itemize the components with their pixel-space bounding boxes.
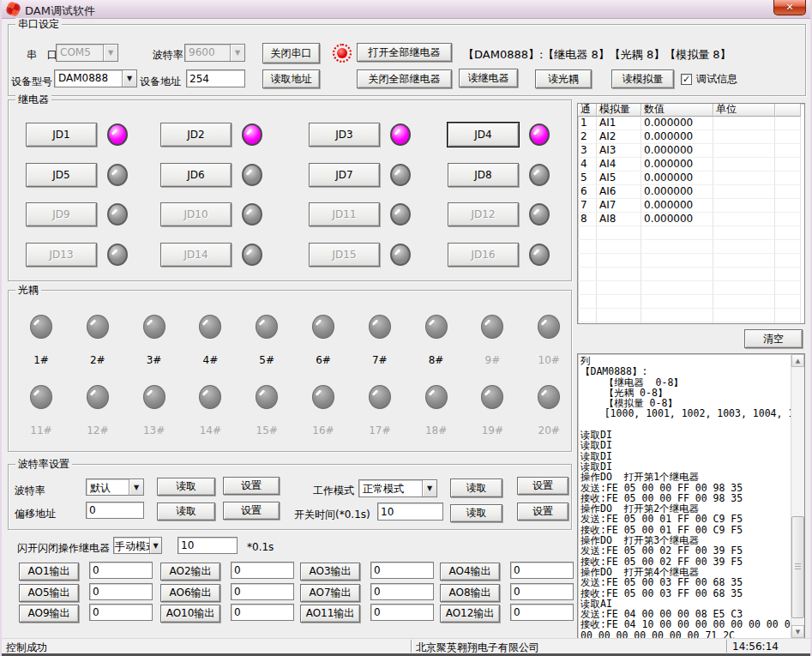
opto-cell: 1# xyxy=(21,315,62,366)
table-row[interactable]: 1AI10.000000 xyxy=(578,117,804,130)
ao-button-7[interactable]: AO7输出 xyxy=(300,584,360,602)
relay-button-jd1[interactable]: JD1 xyxy=(26,123,97,147)
checkbox-check-icon: ✓ xyxy=(681,74,692,85)
flash-unit-label: *0.1s xyxy=(247,541,274,553)
ao-value-input-3[interactable] xyxy=(370,562,434,579)
table-cell: 0.000000 xyxy=(641,185,713,199)
table-cell xyxy=(713,295,775,309)
table-row[interactable]: 6AI60.000000 xyxy=(578,185,804,199)
ao-button-4[interactable]: AO4输出 xyxy=(440,563,500,581)
baud-settings-group: 波特率设置 波特率 默认 ▼ 读取 设置 工作模式 正常模式 ▼ 读取 设置 偏… xyxy=(8,464,572,530)
table-row[interactable]: 8AI80.000000 xyxy=(578,213,804,226)
table-cell xyxy=(713,185,775,199)
relay-button-jd3[interactable]: JD3 xyxy=(309,123,380,147)
ao-value-input-1[interactable] xyxy=(89,562,153,579)
ao-button-8[interactable]: AO8输出 xyxy=(440,584,500,602)
workmode-read-button[interactable]: 读取 xyxy=(450,478,502,497)
ao-value-input-6[interactable] xyxy=(231,583,294,600)
ao-button-9[interactable]: AO9输出 xyxy=(19,605,79,623)
debug-info-checkbox[interactable]: ✓ 调试信息 xyxy=(681,72,737,87)
close-all-relays-button[interactable]: 关闭全部继电器 xyxy=(357,69,452,88)
ao-value-input-10[interactable] xyxy=(231,604,294,621)
relay-cell: JD1 xyxy=(26,123,128,147)
switch-time-read-button[interactable]: 读取 xyxy=(450,504,502,522)
read-opto-button[interactable]: 读光耦 xyxy=(535,69,592,88)
flash-time-input[interactable] xyxy=(177,537,238,554)
flash-mode-combobox[interactable]: 手动模式 ▼ xyxy=(113,537,162,554)
device-addr-input[interactable] xyxy=(186,69,245,87)
offset-addr-input[interactable] xyxy=(86,502,144,519)
led-highlight xyxy=(371,319,378,326)
offset-read-button[interactable]: 读取 xyxy=(157,503,215,521)
ao-button-1[interactable]: AO1输出 xyxy=(19,563,79,581)
read-analog-button[interactable]: 读模拟量 xyxy=(611,69,674,88)
opto-label: 5# xyxy=(246,354,287,366)
log-scrollbar[interactable]: ▲ ▼ xyxy=(791,354,804,638)
ao-button-12[interactable]: AO12输出 xyxy=(440,605,500,623)
ao-button-2[interactable]: AO2输出 xyxy=(160,563,220,581)
opto-cell: 5# xyxy=(246,315,287,366)
ao-button-3[interactable]: AO3输出 xyxy=(300,563,360,581)
table-cell xyxy=(775,281,801,295)
baudrate-set-button[interactable]: 设置 xyxy=(223,477,280,495)
relay-button-jd4[interactable]: JD4 xyxy=(448,123,519,147)
ao-value-input-4[interactable] xyxy=(510,562,574,579)
offset-set-button[interactable]: 设置 xyxy=(223,502,280,520)
read-relay-button[interactable]: 读继电器 xyxy=(459,69,518,87)
table-row[interactable]: 2AI20.000000 xyxy=(578,130,804,144)
relay-button-jd6[interactable]: JD6 xyxy=(160,163,232,187)
ao-value-input-9[interactable] xyxy=(89,604,153,621)
model-combobox[interactable]: DAM0888 ▼ xyxy=(54,69,137,87)
scrollbar-thumb[interactable] xyxy=(791,516,804,618)
table-row[interactable]: 4AI40.000000 xyxy=(578,158,804,172)
ao-value-input-7[interactable] xyxy=(370,583,434,600)
relay-cell: JD12 xyxy=(448,202,550,226)
open-all-relays-button[interactable]: 打开全部继电器 xyxy=(357,43,452,62)
clear-log-button[interactable]: 清空 xyxy=(744,329,803,348)
ao-button-11[interactable]: AO11输出 xyxy=(300,605,360,623)
led-highlight xyxy=(259,319,266,326)
ao-value-input-8[interactable] xyxy=(510,583,574,600)
switch-time-input[interactable] xyxy=(377,503,443,521)
read-addr-button[interactable]: 读取地址 xyxy=(262,69,320,88)
header-cell[interactable]: 单位 xyxy=(713,104,775,117)
log-box[interactable]: 列 【DAM0888】: 【继电器 0-8】 【光耦 0-8】 【模拟量 0-8… xyxy=(577,353,805,639)
relay-button-jd7[interactable]: JD7 xyxy=(309,163,380,187)
close-button[interactable]: ✕ xyxy=(773,0,806,15)
relay-button-jd2[interactable]: JD2 xyxy=(160,123,232,147)
ao-button-6[interactable]: AO6输出 xyxy=(160,584,220,602)
relay-button-jd8[interactable]: JD8 xyxy=(448,163,519,187)
ao-value-input-11[interactable] xyxy=(370,604,434,621)
header-cell[interactable]: 数值 xyxy=(641,104,713,117)
relay-cell: JD4 xyxy=(448,123,550,147)
table-cell xyxy=(597,268,641,281)
table-row-empty xyxy=(578,309,804,322)
led-highlight xyxy=(541,319,548,326)
ao-value-input-2[interactable] xyxy=(231,562,294,579)
opto-cell: 13# xyxy=(134,385,175,436)
ao-value-input-12[interactable] xyxy=(510,604,574,621)
baudrate-read-button[interactable]: 读取 xyxy=(157,478,215,496)
workmode-combobox[interactable]: 正常模式 ▼ xyxy=(358,479,437,497)
opto-cell: 10# xyxy=(528,315,569,366)
header-cell[interactable]: 模拟量 xyxy=(597,104,641,117)
scroll-up-icon[interactable]: ▲ xyxy=(791,354,804,367)
ao-cell: AO1输出 xyxy=(19,562,79,581)
table-row[interactable]: 7AI70.000000 xyxy=(578,199,804,213)
header-cell[interactable] xyxy=(775,104,801,117)
ao-value-input-5[interactable] xyxy=(89,583,153,600)
switch-time-set-button[interactable]: 设置 xyxy=(517,503,568,521)
ao-button-10[interactable]: AO10输出 xyxy=(160,605,220,623)
table-cell: 0.000000 xyxy=(641,213,713,226)
relay-button-jd5[interactable]: JD5 xyxy=(26,163,97,187)
scroll-down-icon[interactable]: ▼ xyxy=(791,625,804,638)
table-row[interactable]: 3AI30.000000 xyxy=(578,144,804,158)
header-cell[interactable]: 通 xyxy=(578,104,597,117)
led-highlight xyxy=(246,129,253,135)
ao-button-5[interactable]: AO5输出 xyxy=(19,584,79,602)
baudrate-combobox[interactable]: 默认 ▼ xyxy=(86,478,144,496)
close-port-button[interactable]: 关闭串口 xyxy=(262,43,320,63)
table-row[interactable]: 5AI50.000000 xyxy=(578,172,804,185)
workmode-set-button[interactable]: 设置 xyxy=(517,477,568,495)
led-highlight xyxy=(484,319,491,326)
